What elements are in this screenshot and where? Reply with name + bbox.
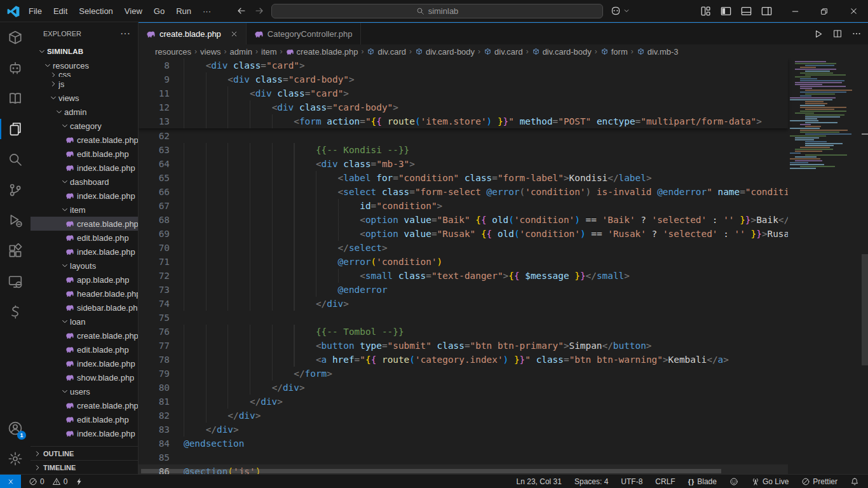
go-forward-button[interactable] [254,6,264,16]
tree-item-layouts[interactable]: layouts [31,259,138,273]
minimize-button[interactable] [780,0,810,22]
menu-edit[interactable]: Edit [48,0,73,22]
tree-item-admin[interactable]: admin [31,105,138,119]
status-eol[interactable]: CRLF [654,475,676,488]
run-code-button[interactable] [813,29,824,39]
code-line-79[interactable]: 79 </form> [139,367,788,381]
toggle-secondary-sidebar-button[interactable] [761,5,773,17]
activity-custom-extension[interactable] [0,297,31,327]
tree-item-loan[interactable]: loan [31,315,138,329]
menu-[interactable]: ··· [197,0,217,22]
tree-item-index-blade-php[interactable]: index.blade.php [31,245,138,259]
code-area[interactable]: 6263 {{-- Kondisi --}}64 <div class="mb-… [139,129,788,474]
code-line-69[interactable]: 69 <option value="Rusak" {{ old('conditi… [139,227,788,241]
code-line-80[interactable]: 80 </div> [139,381,788,395]
status-indentation[interactable]: Spaces: 4 [573,475,609,488]
tab-create-blade-php[interactable]: create.blade.php [139,23,247,44]
code-line-85[interactable]: 85 [139,451,788,464]
menu-selection[interactable]: Selection [73,0,118,22]
close-tab-icon[interactable] [230,30,238,38]
tree-item-resources[interactable]: resources [31,58,138,72]
breadcrumb-div-card[interactable]: div.card [367,47,406,57]
code-line-12[interactable]: 12 <div class="card-body"> [139,100,788,114]
activity-extensions[interactable] [0,236,31,266]
line-number[interactable]: 71 [139,255,179,269]
line-number[interactable]: 64 [139,157,179,171]
minimap[interactable] [788,58,862,474]
code-line-66[interactable]: 66 <select class="form-select @error('co… [139,185,788,199]
line-number[interactable]: 77 [139,339,179,353]
tab-category-controller-php[interactable]: CategoryController.php [247,23,361,44]
status-feedback[interactable] [728,475,740,488]
code-line-82[interactable]: 82 </div> [139,409,788,423]
tree-item-create-blade-php[interactable]: create.blade.php [31,329,138,342]
tree-item-index-blade-php[interactable]: index.blade.php [31,161,138,175]
code-line-68[interactable]: 68 <option value="Baik" {{ old('conditio… [139,213,788,227]
line-number[interactable]: 68 [139,213,179,227]
line-number[interactable]: 83 [139,423,179,437]
tree-item-css[interactable]: css [31,72,138,77]
tree-item-dashboard[interactable]: dashboard [31,175,138,189]
breadcrumb-create-blade-php[interactable]: create.blade.php [286,47,358,57]
activity-explorer[interactable] [0,114,31,144]
vertical-scrollbar-thumb[interactable] [862,254,868,365]
activity-chat[interactable] [0,53,31,83]
outline-panel-header[interactable]: OUTLINE [31,446,138,460]
line-number[interactable]: 81 [139,395,179,409]
code-line-75[interactable]: 75 [139,311,788,325]
status-problems-warnings[interactable]: 0 [51,475,69,488]
menu-go[interactable]: Go [148,0,170,22]
tree-item-create-blade-php[interactable]: create.blade.php [31,398,138,412]
breadcrumb-div-mb-3[interactable]: div.mb-3 [637,47,679,57]
restore-button[interactable] [810,0,839,22]
tree-item-edit-blade-php[interactable]: edit.blade.php [31,147,138,161]
line-number[interactable]: 8 [139,58,179,72]
line-number[interactable]: 72 [139,269,179,283]
line-number[interactable]: 78 [139,353,179,367]
tree-item-item[interactable]: item [31,203,138,217]
breadcrumb-item[interactable]: item [261,47,277,57]
tree-item-show-blade-php[interactable]: show.blade.php [31,370,138,384]
customize-layout-button[interactable] [700,5,712,17]
breadcrumb-form[interactable]: form [600,47,628,57]
tree-item-create-blade-php[interactable]: create.blade.php [31,217,138,231]
tree-item-edit-blade-php[interactable]: edit.blade.php [31,412,138,426]
code-line-11[interactable]: 11 <div class="card"> [139,86,788,100]
go-back-button[interactable] [236,6,247,16]
close-window-button[interactable] [839,0,868,22]
tree-item-create-blade-php[interactable]: create.blade.php [31,133,138,147]
tree-item-js[interactable]: js [31,77,138,91]
line-number[interactable]: 13 [139,114,179,128]
toggle-primary-sidebar-button[interactable] [720,5,732,17]
line-number[interactable]: 73 [139,283,179,297]
line-number[interactable]: 76 [139,325,179,339]
code-line-64[interactable]: 64 <div class="mb-3"> [139,157,788,171]
vertical-scrollbar[interactable] [862,58,868,474]
breadcrumb-div-card-body[interactable]: div.card-body [532,47,592,57]
line-number[interactable]: 80 [139,381,179,395]
line-number[interactable]: 84 [139,437,179,451]
activity-remote-explorer[interactable] [0,266,31,297]
line-number[interactable]: 82 [139,409,179,423]
activity-search[interactable] [0,144,31,175]
tree-item-sidebar-blade-php[interactable]: sidebar.blade.php [31,301,138,315]
code-line-76[interactable]: 76 {{-- Tombol --}} [139,325,788,339]
code-line-8[interactable]: 8 <div class="card"> [139,58,788,72]
line-number[interactable]: 62 [139,129,179,143]
tree-item-edit-blade-php[interactable]: edit.blade.php [31,342,138,356]
tree-item-views[interactable]: views [31,91,138,105]
status-encoding[interactable]: UTF-8 [620,475,644,488]
line-number[interactable]: 63 [139,143,179,157]
status-problems-errors[interactable]: 0 [27,475,46,488]
timeline-panel-header[interactable]: TIMELINE [31,460,138,474]
code-line-71[interactable]: 71 @error('condition') [139,255,788,269]
code-line-62[interactable]: 62 [139,129,788,143]
tree-item-index-blade-php[interactable]: index.blade.php [31,426,138,440]
activity-container-tools[interactable] [0,22,31,53]
code-line-13[interactable]: 13 <form action="{{ route('item.store') … [139,114,788,128]
more-actions-button[interactable] [851,29,862,39]
split-editor-button[interactable] [832,29,843,39]
menu-run[interactable]: Run [170,0,197,22]
menu-file[interactable]: File [23,0,48,22]
line-number[interactable]: 11 [139,86,179,100]
